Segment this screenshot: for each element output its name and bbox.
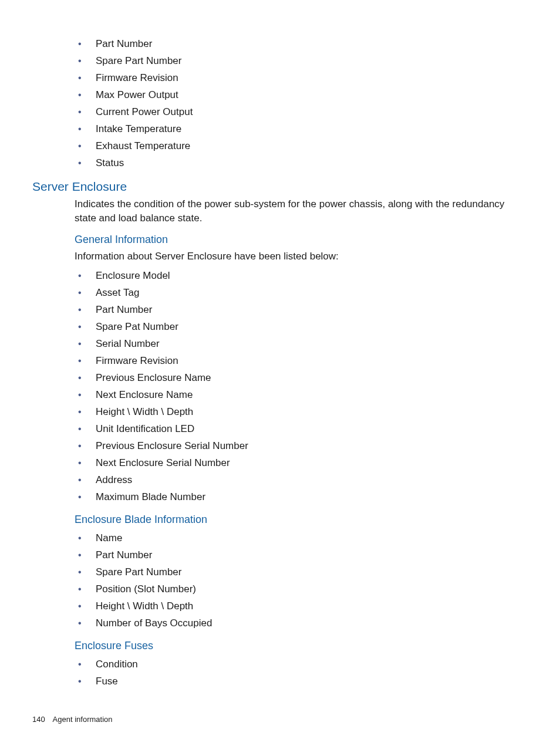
page-number: 140	[32, 715, 45, 724]
list-item: Condition	[78, 656, 528, 673]
section-intro: Indicates the condition of the power sub…	[75, 197, 528, 225]
list-item: Spare Part Number	[78, 52, 528, 69]
list-item: Next Enclosure Serial Number	[78, 454, 528, 471]
list-item: Number of Bays Occupied	[78, 615, 528, 632]
list-item: Part Number	[78, 35, 528, 52]
list-item: Serial Number	[78, 335, 528, 352]
list-item: Spare Part Number	[78, 563, 528, 580]
list-item: Part Number	[78, 301, 528, 318]
list-item: Part Number	[78, 546, 528, 563]
section-heading-server-enclosure: Server Enclosure	[32, 180, 528, 194]
fuses-list: Condition Fuse	[32, 656, 528, 690]
list-item: Firmware Revision	[78, 352, 528, 369]
list-item: Firmware Revision	[78, 69, 528, 86]
blade-info-list: Name Part Number Spare Part Number Posit…	[32, 529, 528, 632]
list-item: Current Power Output	[78, 103, 528, 120]
list-item: Exhaust Temperature	[78, 137, 528, 154]
list-item: Height \ Width \ Depth	[78, 598, 528, 615]
list-item: Previous Enclosure Name	[78, 369, 528, 386]
subsection-heading-general-information: General Information	[75, 234, 528, 246]
list-item: Previous Enclosure Serial Number	[78, 437, 528, 454]
list-item: Height \ Width \ Depth	[78, 403, 528, 420]
list-item: Asset Tag	[78, 284, 528, 301]
footer-label: Agent information	[53, 715, 113, 724]
subsection-heading-blade-information: Enclosure Blade Information	[75, 514, 528, 526]
subsection-lead: Information about Server Enclosure have …	[75, 249, 528, 264]
list-item: Maximum Blade Number	[78, 488, 528, 505]
list-item: Address	[78, 471, 528, 488]
list-item: Name	[78, 529, 528, 546]
top-list: Part Number Spare Part Number Firmware R…	[32, 35, 528, 171]
list-item: Intake Temperature	[78, 120, 528, 137]
subsection-heading-enclosure-fuses: Enclosure Fuses	[75, 640, 528, 652]
list-item: Enclosure Model	[78, 267, 528, 284]
list-item: Position (Slot Number)	[78, 580, 528, 598]
list-item: Spare Pat Number	[78, 318, 528, 335]
list-item: Max Power Output	[78, 86, 528, 103]
list-item: Next Enclosure Name	[78, 386, 528, 403]
list-item: Status	[78, 154, 528, 171]
page-footer: 140 Agent information	[32, 715, 113, 724]
general-info-list: Enclosure Model Asset Tag Part Number Sp…	[32, 267, 528, 505]
list-item: Fuse	[78, 673, 528, 690]
list-item: Unit Identification LED	[78, 420, 528, 437]
